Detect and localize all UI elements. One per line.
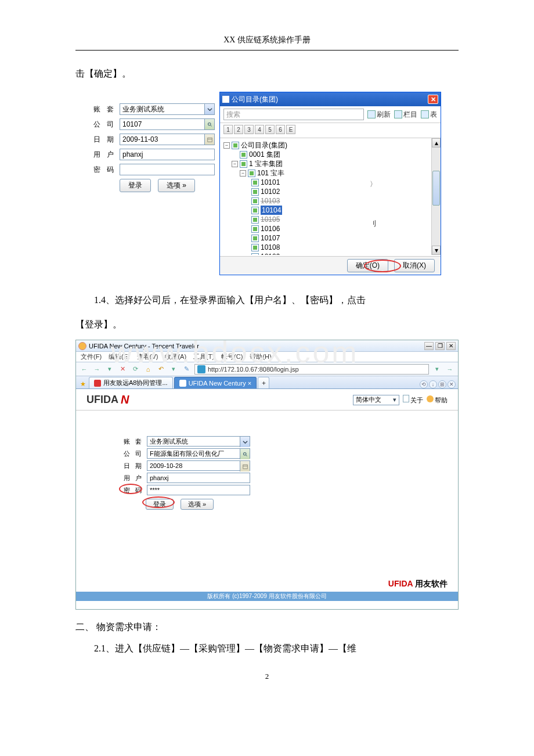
tabstrip-action-icon[interactable]: ⊞ bbox=[438, 380, 446, 388]
label-user: 用 户 bbox=[122, 474, 143, 483]
account-select[interactable]: 业务测试系统 bbox=[147, 436, 250, 447]
browser-titlebar[interactable]: UFIDA New Century - Tencent Traveler — ❐… bbox=[76, 340, 458, 352]
undo-icon[interactable]: ↶ bbox=[156, 365, 165, 374]
dialog-search-input[interactable]: 搜索 bbox=[223, 109, 364, 120]
tree-leaf-strike[interactable]: 10105 bbox=[261, 215, 280, 224]
tabstrip-action-icon[interactable]: ↓ bbox=[429, 380, 437, 388]
menu-account[interactable]: 帐号(C) bbox=[221, 352, 243, 361]
help-link[interactable]: 帮助 bbox=[427, 395, 448, 405]
menu-file[interactable]: 文件(F) bbox=[81, 352, 102, 361]
alpha-1[interactable]: 1 bbox=[223, 125, 233, 134]
alpha-5[interactable]: 5 bbox=[265, 125, 275, 134]
date-input[interactable]: 2009-11-03 bbox=[120, 134, 215, 145]
expand-icon[interactable]: − bbox=[223, 142, 230, 149]
node-icon bbox=[251, 216, 259, 224]
alpha-4[interactable]: 4 bbox=[255, 125, 264, 134]
tree-leaf[interactable]: 10108 bbox=[261, 243, 280, 252]
alpha-E[interactable]: E bbox=[286, 125, 295, 134]
company-input[interactable]: 10107 bbox=[120, 118, 215, 130]
password-input[interactable]: **** bbox=[147, 485, 250, 495]
account-select[interactable]: 业务测试系统 bbox=[120, 103, 215, 115]
expand-icon[interactable]: − bbox=[240, 170, 246, 177]
company-input[interactable]: F能源集团有限公司焦化厂 bbox=[147, 448, 250, 459]
close-icon[interactable]: ✕ bbox=[446, 342, 456, 350]
table-button[interactable]: 表 bbox=[421, 110, 437, 120]
scroll-up-icon[interactable]: ▴ bbox=[432, 138, 441, 147]
favorites-icon[interactable]: ★ bbox=[78, 379, 88, 388]
close-icon[interactable]: ✕ bbox=[428, 95, 438, 104]
tree-leaf[interactable]: 10101 bbox=[261, 178, 280, 187]
scroll-thumb[interactable] bbox=[432, 171, 440, 206]
address-bar[interactable]: http://172.10.0.67:8080/login.jsp bbox=[194, 364, 429, 375]
expand-icon[interactable]: − bbox=[232, 161, 238, 167]
menu-edit[interactable]: 编辑(E) bbox=[109, 352, 130, 361]
tree-leaf[interactable]: 10109 bbox=[261, 252, 280, 255]
calendar-icon[interactable] bbox=[240, 461, 250, 471]
language-select[interactable]: 简体中文▾ bbox=[353, 395, 399, 405]
maximize-icon[interactable]: ❐ bbox=[435, 342, 445, 350]
window-icon bbox=[222, 96, 229, 103]
options-button[interactable]: 选项 » bbox=[181, 499, 214, 510]
stop-icon[interactable]: ✕ bbox=[118, 365, 127, 374]
tree-node-baofeng-group[interactable]: 1 宝丰集团 bbox=[249, 159, 283, 168]
about-link[interactable]: 关于 bbox=[403, 395, 423, 405]
columns-icon bbox=[394, 110, 402, 118]
dropdown-icon[interactable]: ▾ bbox=[169, 365, 178, 374]
login-button[interactable]: 登录 bbox=[120, 179, 151, 192]
cancel-button[interactable]: 取消(X) bbox=[394, 259, 435, 272]
tree-node-101[interactable]: 101 宝丰 bbox=[257, 168, 284, 178]
password-input[interactable] bbox=[120, 164, 215, 175]
home-icon[interactable]: ⌂ bbox=[143, 365, 153, 374]
chevron-down-icon[interactable] bbox=[240, 437, 250, 447]
scroll-down-icon[interactable]: ▾ bbox=[432, 246, 441, 255]
tab-a8[interactable]: 用友致远A8协同管理... bbox=[89, 377, 173, 388]
menu-help[interactable]: 帮助(H) bbox=[250, 352, 271, 361]
label-company: 公 司 bbox=[93, 120, 116, 129]
menu-view[interactable]: 查看(V) bbox=[137, 352, 158, 361]
user-input[interactable]: phanxj bbox=[120, 149, 215, 160]
alpha-2[interactable]: 2 bbox=[234, 125, 243, 134]
brush-icon[interactable]: ✎ bbox=[182, 365, 191, 374]
folder-icon bbox=[232, 142, 239, 149]
tree-leaf[interactable]: 10102 bbox=[261, 187, 280, 196]
reload-icon[interactable]: ⟳ bbox=[131, 365, 140, 374]
new-tab-button[interactable]: ＋ bbox=[258, 377, 269, 388]
back-icon[interactable]: ← bbox=[80, 365, 89, 374]
vertical-scrollbar[interactable]: ▴ ▾ bbox=[431, 138, 441, 255]
date-input[interactable]: 2009-10-28 bbox=[147, 460, 250, 471]
chevron-down-icon[interactable] bbox=[204, 104, 214, 114]
tree-leaf-strike[interactable]: 10103 bbox=[261, 196, 280, 206]
search-icon[interactable] bbox=[240, 449, 250, 459]
menu-tools[interactable]: 工具(T) bbox=[193, 352, 214, 361]
tree-leaf[interactable]: 10106 bbox=[261, 224, 280, 233]
label-user: 用 户 bbox=[93, 150, 116, 160]
dialog-titlebar[interactable]: 公司目录(集团) ✕ bbox=[220, 92, 441, 106]
ok-button[interactable]: 确定(O) bbox=[347, 259, 388, 272]
tree-leaf[interactable]: 10107 bbox=[261, 233, 280, 243]
tree-node-0001[interactable]: 0001 集团 bbox=[249, 150, 280, 159]
refresh-button[interactable]: 刷新 bbox=[367, 110, 391, 120]
tabstrip-action-icon[interactable]: ⟲ bbox=[420, 380, 428, 388]
tt-icon bbox=[78, 342, 86, 350]
tree-root[interactable]: 公司目录(集团) bbox=[241, 141, 287, 150]
menu-favorites[interactable]: 收藏(A) bbox=[165, 352, 186, 361]
go-icon[interactable]: → bbox=[445, 365, 454, 374]
tab-ufida[interactable]: UFIDA New Century × bbox=[174, 377, 257, 388]
search-icon[interactable] bbox=[204, 119, 214, 129]
tree-leaf-selected[interactable]: 10104 bbox=[261, 206, 282, 215]
ufida-logo: UFIDAN bbox=[86, 393, 129, 406]
login-button[interactable]: 登录 bbox=[146, 499, 174, 510]
alpha-3[interactable]: 3 bbox=[244, 125, 254, 134]
user-input[interactable]: phanxj bbox=[147, 473, 250, 483]
forward-icon[interactable]: → bbox=[92, 365, 102, 374]
go-dropdown-icon[interactable]: ▾ bbox=[432, 365, 442, 374]
dropdown-icon[interactable]: ▾ bbox=[105, 365, 114, 374]
minimize-icon[interactable]: — bbox=[424, 342, 434, 350]
columns-button[interactable]: 栏目 bbox=[394, 110, 417, 120]
tabstrip-action-icon[interactable]: ✕ bbox=[448, 380, 456, 388]
calendar-icon[interactable] bbox=[204, 134, 214, 145]
options-button[interactable]: 选项 » bbox=[158, 179, 195, 192]
alpha-6[interactable]: 6 bbox=[276, 125, 285, 134]
alpha-filter-row: 1 2 3 4 5 6 E bbox=[220, 123, 441, 136]
browser-nav-toolbar: ← → ▾ ✕ ⟳ ⌂ ↶ ▾ ✎ http://172.10.0.67:808… bbox=[76, 362, 458, 376]
